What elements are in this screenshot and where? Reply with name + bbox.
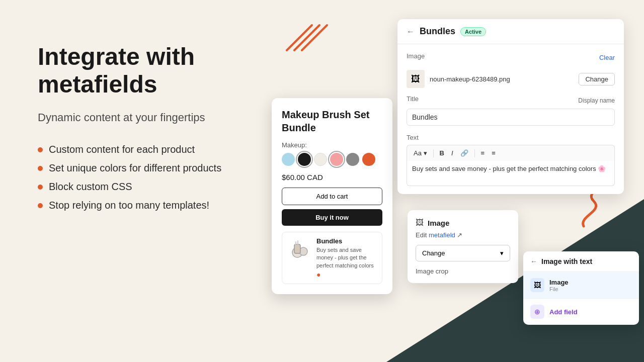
toolbar-ordered-list-btn[interactable]: ≡ — [489, 148, 498, 158]
swatch-orange[interactable] — [362, 153, 375, 166]
iwt-item-info: Image File — [549, 279, 569, 292]
list-item: Block custom CSS — [38, 181, 279, 193]
bullet-dot — [38, 147, 43, 152]
admin-panel: ← Bundles Active Image Clear 🖼 noun-make… — [397, 19, 624, 194]
toolbar-separator — [474, 149, 475, 157]
admin-title: Bundles — [420, 26, 455, 37]
bullet-dot — [38, 185, 43, 190]
iwt-add-field-label: Add field — [549, 308, 578, 316]
list-item-text: Custom content for each product — [49, 144, 195, 155]
image-thumbnail: 🖼 — [407, 70, 425, 88]
image-file-row: 🖼 noun-makeup-6238489.png Change — [407, 70, 615, 88]
toolbar-font-btn[interactable]: Aa ▾ — [411, 148, 430, 158]
text-editor[interactable]: Buy sets and save money - plus get the p… — [407, 161, 615, 186]
svg-rect-5 — [294, 244, 300, 253]
swatch-black[interactable] — [298, 153, 311, 166]
iwt-item-type: File — [549, 286, 569, 292]
decorative-squiggle-top — [282, 20, 332, 67]
title-label: Title — [407, 95, 419, 103]
price: $60.00 CAD — [282, 173, 382, 182]
edit-metafield-row: Edit metafield ↗ — [416, 231, 510, 239]
text-label-row: Text — [407, 133, 615, 142]
change-dropdown-label: Change — [422, 249, 445, 257]
image-with-text-panel: ← Image with text 🖼 Image File ⊕ Add fie… — [523, 251, 639, 325]
bullet-list: Custom content for each product Set uniq… — [38, 144, 279, 211]
svg-rect-6 — [295, 241, 296, 245]
admin-body: Image Clear 🖼 noun-makeup-6238489.png Ch… — [397, 44, 624, 194]
bundle-card: Bundles Buy sets and save money - plus g… — [282, 232, 382, 284]
image-panel-header: 🖼 Image — [416, 218, 510, 227]
image-label: Image — [407, 52, 425, 60]
edit-label: Edit — [416, 231, 427, 239]
toolbar-separator — [433, 149, 434, 157]
image-panel-title: Image — [428, 219, 449, 227]
mobile-product-card: Makeup Brush Set Bundle Makeup: $60.00 C… — [272, 98, 392, 294]
makeup-label: Makeup: — [282, 141, 382, 149]
title-row: Title Display name — [407, 95, 615, 106]
change-image-button[interactable]: Change — [579, 73, 615, 85]
toolbar-list-btn[interactable]: ≡ — [478, 148, 488, 158]
add-to-cart-button[interactable]: Add to cart — [282, 188, 382, 205]
text-label: Text — [407, 134, 419, 141]
list-item: Stop relying on too many templates! — [38, 200, 279, 211]
bundle-name: Bundles — [316, 237, 377, 245]
sub-heading: Dynamic content at your fingertips — [38, 110, 279, 126]
iwt-add-field[interactable]: ⊕ Add field — [523, 299, 639, 325]
iwt-back-button[interactable]: ← — [530, 257, 537, 265]
toolbar-link-btn[interactable]: 🔗 — [458, 148, 471, 158]
swatch-pink[interactable] — [330, 153, 343, 166]
left-panel: Integrate with metafields Dynamic conten… — [38, 43, 279, 218]
iwt-image-item[interactable]: 🖼 Image File — [523, 272, 639, 299]
toolbar-italic-btn[interactable]: I — [449, 148, 456, 158]
swatch-gray[interactable] — [346, 153, 359, 166]
back-button[interactable]: ← — [407, 27, 415, 36]
image-panel-icon: 🖼 — [416, 218, 424, 227]
toolbar-bold-btn[interactable]: B — [437, 148, 447, 158]
chevron-down-icon: ▾ — [500, 249, 504, 257]
bundle-dot: ● — [316, 270, 377, 279]
change-dropdown-button[interactable]: Change ▾ — [416, 245, 510, 261]
bundle-description: Buy sets and save money - plus get the p… — [316, 246, 377, 269]
metafield-link[interactable]: metafield — [429, 231, 455, 239]
image-field: 🖼 noun-makeup-6238489.png — [407, 70, 510, 88]
image-field-row: Image Clear — [407, 52, 615, 63]
list-item-text: Stop relying on too many templates! — [49, 200, 209, 211]
page-content: Integrate with metafields Dynamic conten… — [0, 0, 644, 362]
external-link-icon: ↗ — [457, 231, 462, 239]
swatch-white[interactable] — [314, 153, 327, 166]
buy-now-button[interactable]: Buy it now — [282, 209, 382, 226]
list-item: Custom content for each product — [38, 144, 279, 155]
image-settings-panel: 🖼 Image Edit metafield ↗ Change ▾ Image … — [408, 210, 518, 283]
color-swatches — [282, 153, 382, 166]
clear-button[interactable]: Clear — [599, 54, 615, 61]
list-item-text: Set unique colors for different products — [49, 162, 221, 174]
active-badge: Active — [460, 27, 486, 36]
bundle-icon — [287, 237, 311, 261]
title-input[interactable] — [407, 109, 615, 126]
iwt-image-icon: 🖼 — [530, 278, 544, 292]
iwt-add-icon: ⊕ — [530, 305, 544, 319]
bullet-dot — [38, 203, 43, 208]
text-toolbar: Aa ▾ B I 🔗 ≡ ≡ — [407, 145, 615, 161]
list-item-text: Block custom CSS — [49, 181, 132, 193]
iwt-title: Image with text — [541, 257, 592, 265]
iwt-header: ← Image with text — [523, 251, 639, 272]
svg-rect-7 — [297, 240, 298, 245]
swatch-blue[interactable] — [282, 153, 295, 166]
main-heading: Integrate with metafields — [38, 43, 279, 98]
image-crop-label: Image crop — [416, 267, 510, 275]
bullet-dot — [38, 166, 43, 171]
image-filename: noun-makeup-6238489.png — [430, 75, 510, 83]
display-name-label: Display name — [578, 97, 615, 104]
list-item: Set unique colors for different products — [38, 162, 279, 174]
iwt-item-name: Image — [549, 279, 569, 286]
product-title: Makeup Brush Set Bundle — [282, 108, 382, 134]
bundle-info: Bundles Buy sets and save money - plus g… — [316, 237, 377, 279]
admin-header: ← Bundles Active — [397, 19, 624, 44]
